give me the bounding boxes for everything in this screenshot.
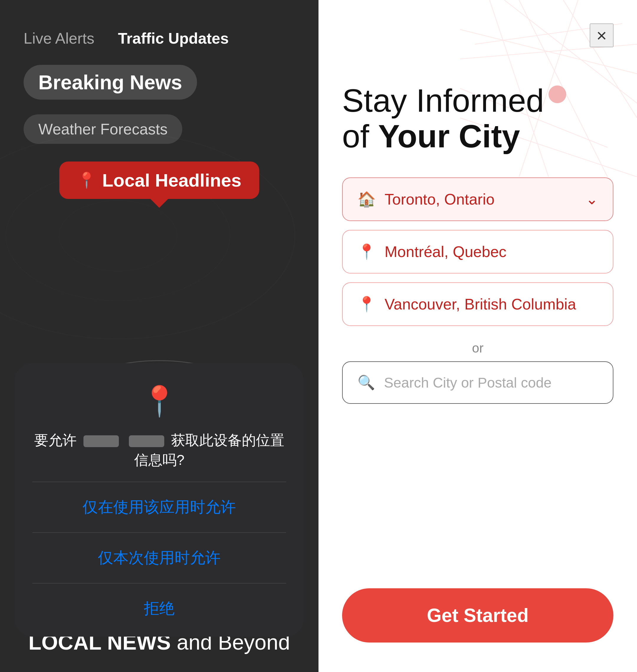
dialog-divider-3	[33, 583, 286, 583]
city-option-toronto[interactable]: 🏠 Toronto, Ontario ⌄	[342, 178, 614, 221]
left-panel: Live Alerts Traffic Updates Breaking New…	[0, 0, 318, 672]
home-icon: 🏠	[358, 191, 376, 208]
dialog-question: 要允许 获取此设备的位置信息吗?	[33, 430, 286, 470]
location-permission-dialog: 📍 要允许 获取此设备的位置信息吗? 仅在使用该应用时允许 仅本次使用时允许 拒…	[15, 363, 304, 637]
right-panel: × Stay Informed of Your City 🏠 Toronto, …	[318, 0, 637, 672]
or-divider: or	[342, 341, 614, 355]
get-started-button[interactable]: Get Started	[342, 588, 614, 642]
location-pin-blue-icon: 📍	[141, 384, 178, 418]
city-name-toronto: Toronto, Ontario	[385, 190, 577, 208]
app-name-redacted-2	[129, 435, 164, 447]
hero-title-bold: Your City	[378, 118, 520, 154]
hero-section: Stay Informed of Your City	[342, 82, 614, 154]
pin-icon-vancouver: 📍	[358, 296, 376, 313]
nav-tabs: Live Alerts Traffic Updates	[0, 0, 318, 65]
app-name-redacted	[84, 435, 119, 447]
hero-title-line2: of Your City	[342, 118, 614, 154]
dialog-btn-allow-once[interactable]: 仅本次使用时允许	[98, 545, 221, 571]
dialog-divider-2	[33, 532, 286, 533]
hero-title-of: of	[342, 118, 378, 154]
breaking-news-pill[interactable]: Breaking News	[23, 65, 197, 100]
dialog-divider-1	[33, 482, 286, 482]
weather-forecasts-pill[interactable]: Weather Forecasts	[23, 114, 182, 144]
city-name-vancouver: Vancouver, British Columbia	[385, 295, 598, 313]
nav-tab-live-alerts[interactable]: Live Alerts	[23, 30, 94, 47]
pin-icon-montreal: 📍	[358, 243, 376, 260]
right-panel-content: × Stay Informed of Your City 🏠 Toronto, …	[342, 23, 614, 642]
hero-title-line1: Stay Informed	[342, 82, 614, 118]
local-headlines-wrap: 📍 Local Headlines	[0, 162, 318, 211]
city-option-vancouver[interactable]: 📍 Vancouver, British Columbia	[342, 282, 614, 326]
search-placeholder: Search City or Postal code	[384, 375, 551, 391]
dialog-btn-allow-while-using[interactable]: 仅在使用该应用时允许	[83, 494, 236, 521]
nav-tab-traffic[interactable]: Traffic Updates	[118, 30, 229, 47]
search-input-wrap[interactable]: 🔍 Search City or Postal code	[342, 361, 614, 404]
close-button[interactable]: ×	[590, 23, 614, 47]
city-name-montreal: Montréal, Quebec	[385, 243, 598, 261]
dialog-btn-deny[interactable]: 拒绝	[144, 595, 175, 622]
heading-row: Breaking News Weather Forecasts	[0, 65, 318, 162]
local-headlines-badge[interactable]: 📍 Local Headlines	[59, 162, 259, 199]
local-headlines-label: Local Headlines	[102, 170, 241, 191]
chevron-down-icon: ⌄	[586, 191, 598, 208]
search-icon: 🔍	[358, 374, 375, 391]
city-option-montreal[interactable]: 📍 Montréal, Quebec	[342, 230, 614, 274]
local-headlines-pin-icon: 📍	[77, 171, 96, 189]
